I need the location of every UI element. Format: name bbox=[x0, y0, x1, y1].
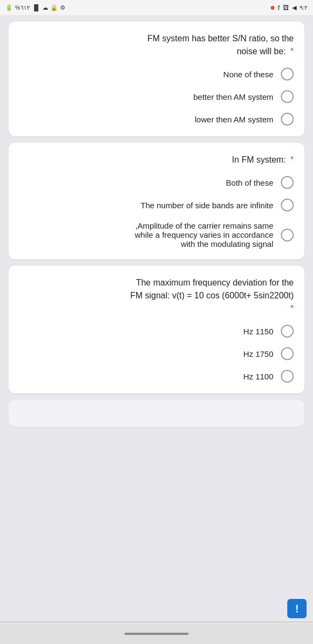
option-label-1150: 1150 Hz bbox=[243, 327, 273, 336]
option-row-1100[interactable]: 1100 Hz bbox=[19, 370, 294, 383]
signal-bars: ▐▌ bbox=[32, 4, 41, 11]
question-2-line1: :In FM system bbox=[232, 155, 286, 164]
option-label-amplitude: Amplitude of the carrier remains same, w… bbox=[135, 221, 273, 248]
notification-dot bbox=[271, 6, 274, 10]
question-3-line2: FM signal: v(t) = 10 cos (6000t+ 5sin220… bbox=[130, 291, 294, 300]
option-label-1750: 1750 Hz bbox=[243, 349, 273, 358]
option-label-lower: lower then AM system bbox=[195, 115, 273, 124]
option-label-1100: 1100 Hz bbox=[243, 372, 273, 381]
option-label-both: Both of these bbox=[226, 178, 273, 187]
battery-icon: 🔋 bbox=[5, 4, 13, 11]
options-group-2: Both of these The number of side bands a… bbox=[19, 176, 294, 248]
option-row-amplitude[interactable]: Amplitude of the carrier remains same, w… bbox=[19, 221, 294, 248]
image-icon: 🖼 bbox=[283, 4, 289, 11]
option-row-both[interactable]: Both of these bbox=[19, 176, 294, 189]
settings-icon: ⚙ bbox=[60, 4, 65, 11]
wifi-icon: ☁ bbox=[42, 4, 48, 11]
option-row-1750[interactable]: 1750 Hz bbox=[19, 347, 294, 360]
radio-1150[interactable] bbox=[281, 325, 294, 338]
nfc-icon: 🔒 bbox=[50, 4, 58, 11]
option-row-lower[interactable]: lower then AM system bbox=[19, 113, 294, 126]
option-label-sidebands: The number of side bands are infinite bbox=[140, 201, 273, 210]
signal-text: %٦١٢ bbox=[15, 4, 30, 11]
question-3-line1: The maximum frequency deviation for the bbox=[136, 278, 294, 287]
bottom-bar bbox=[0, 624, 313, 644]
radio-lower[interactable] bbox=[281, 113, 294, 126]
radio-both[interactable] bbox=[281, 176, 294, 189]
status-bar: 🔋 %٦١٢ ▐▌ ☁ 🔒 ⚙ f 🖼 ◀ ٩:٢ bbox=[0, 0, 313, 15]
required-star-3: * bbox=[290, 304, 294, 313]
status-right: f 🖼 ◀ ٩:٢ bbox=[271, 4, 308, 12]
options-group-1: None of these better then AM system lowe… bbox=[19, 68, 294, 126]
question-2-text: * :In FM system bbox=[19, 153, 294, 166]
question-card-1: FM system has better S/N ratio, so the *… bbox=[9, 21, 304, 136]
radio-1100[interactable] bbox=[281, 370, 294, 383]
option-label-none: None of these bbox=[223, 70, 273, 79]
nav-indicator bbox=[124, 633, 189, 635]
question-1-line1: FM system has better S/N ratio, so the bbox=[147, 34, 294, 43]
question-1-text: FM system has better S/N ratio, so the *… bbox=[19, 32, 294, 58]
required-star-2: * bbox=[290, 155, 294, 164]
status-left: 🔋 %٦١٢ ▐▌ ☁ 🔒 ⚙ bbox=[5, 4, 65, 11]
option-row-none[interactable]: None of these bbox=[19, 68, 294, 80]
radio-sidebands[interactable] bbox=[281, 199, 294, 211]
radio-better[interactable] bbox=[281, 90, 294, 103]
time-display: ٩:٢ bbox=[300, 4, 308, 11]
question-card-3: The maximum frequency deviation for the … bbox=[9, 266, 304, 393]
option-row-1150[interactable]: 1150 Hz bbox=[19, 325, 294, 338]
radio-1750[interactable] bbox=[281, 347, 294, 360]
question-card-4-partial bbox=[9, 400, 304, 427]
radio-amplitude[interactable] bbox=[281, 229, 294, 241]
question-1-line2: :noise will be bbox=[237, 47, 286, 56]
chat-fab[interactable]: ! bbox=[287, 599, 307, 618]
radio-none[interactable] bbox=[281, 68, 294, 80]
chat-icon: ! bbox=[295, 603, 299, 615]
options-group-3: 1150 Hz 1750 Hz 1100 Hz bbox=[19, 325, 294, 383]
option-row-better[interactable]: better then AM system bbox=[19, 90, 294, 103]
question-3-text: The maximum frequency deviation for the … bbox=[19, 276, 294, 315]
question-card-2: * :In FM system Both of these The number… bbox=[9, 143, 304, 259]
bottom-divider bbox=[0, 621, 313, 623]
facebook-icon: f bbox=[278, 4, 280, 12]
required-star-1: * bbox=[290, 47, 294, 56]
option-row-sidebands[interactable]: The number of side bands are infinite bbox=[19, 199, 294, 211]
option-label-better: better then AM system bbox=[193, 92, 273, 101]
send-icon: ◀ bbox=[292, 4, 296, 11]
